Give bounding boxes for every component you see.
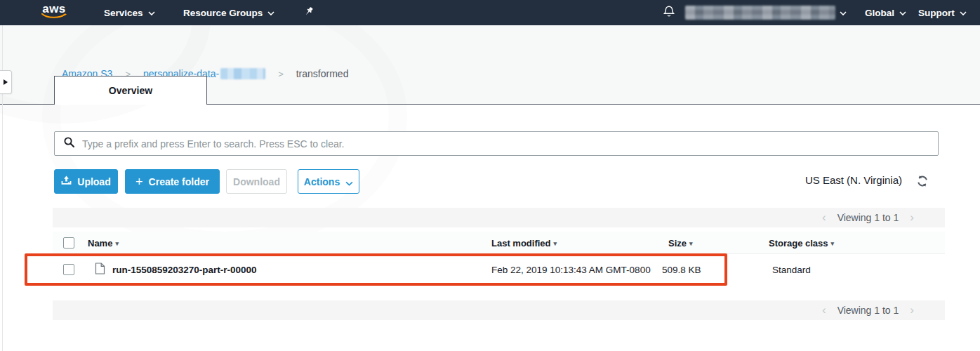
nav-notifications[interactable] [663, 0, 675, 25]
account-menu-caret[interactable] [840, 0, 847, 25]
plus-icon: + [135, 177, 143, 187]
breadcrumb-separator: > [278, 69, 284, 79]
breadcrumb-current-folder: transformed [296, 68, 349, 79]
bucket-name-redacted [220, 68, 265, 79]
object-table-row[interactable]: run-1550859203270-part-r-00000 Feb 22, 2… [53, 254, 945, 285]
page-header-band: Amazon S3 > personalize-data- > transfor… [0, 25, 980, 105]
object-size: 509.8 KB [662, 265, 701, 275]
nav-support-label: Support [918, 8, 955, 18]
nav-support-menu[interactable]: Support [918, 0, 967, 25]
bell-icon [663, 5, 675, 20]
page-next-icon[interactable]: › [910, 213, 914, 223]
refresh-icon[interactable] [916, 175, 929, 187]
tab-overview-label: Overview [109, 85, 152, 96]
chevron-down-icon [960, 11, 967, 15]
upload-icon [61, 176, 72, 187]
column-header-name[interactable]: Name▾ [88, 237, 119, 248]
select-all-checkbox[interactable] [63, 237, 74, 249]
column-header-storage-class[interactable]: Storage class▾ [769, 237, 834, 248]
object-storage-class: Standard [772, 265, 811, 275]
download-button[interactable]: Download [226, 169, 287, 194]
object-last-modified: Feb 22, 2019 10:13:43 AM GMT-0800 [491, 265, 651, 275]
pagination-bar-bottom: ‹ Viewing 1 to 1 › [53, 300, 945, 320]
viewing-count-top: Viewing 1 to 1 [837, 212, 899, 223]
s3-console-page: aws Services Resource Groups [0, 0, 980, 351]
chevron-down-icon [899, 11, 906, 15]
nav-resource-groups-label: Resource Groups [183, 8, 263, 18]
current-region-label: US East (N. Virginia) [786, 174, 902, 186]
chevron-down-icon [148, 11, 155, 15]
nav-services-label: Services [104, 8, 143, 18]
row-select-checkbox[interactable] [63, 264, 74, 275]
column-header-name-label: Name [88, 237, 112, 248]
nav-services-menu[interactable]: Services [104, 0, 155, 25]
top-nav-bar: aws Services Resource Groups [0, 0, 980, 25]
objects-table-header: Name▾ Last modified▾ Size▾ Storage class… [53, 232, 945, 254]
tab-overview[interactable]: Overview [54, 76, 207, 105]
column-header-size-label: Size [668, 237, 687, 248]
sort-caret-icon: ▾ [831, 239, 835, 246]
create-folder-button[interactable]: + Create folder [125, 169, 220, 194]
aws-logo[interactable]: aws [39, 3, 69, 22]
file-icon [95, 263, 105, 277]
pagination-bar-top: ‹ Viewing 1 to 1 › [53, 208, 945, 227]
aws-logo-text: aws [39, 3, 69, 15]
page-next-icon[interactable]: › [910, 305, 914, 315]
search-icon [63, 136, 75, 151]
page-prev-icon[interactable]: ‹ [822, 305, 826, 315]
column-header-last-modified[interactable]: Last modified▾ [491, 237, 557, 248]
nav-resource-groups-menu[interactable]: Resource Groups [183, 0, 274, 25]
column-header-size[interactable]: Size▾ [668, 237, 693, 248]
create-folder-button-label: Create folder [149, 176, 209, 187]
chevron-down-icon [267, 11, 274, 15]
nav-region-menu[interactable]: Global [865, 0, 906, 25]
caret-right-icon [4, 79, 8, 85]
chevron-down-icon [840, 11, 847, 15]
sort-caret-icon: ▾ [115, 239, 119, 246]
pushpin-icon [304, 6, 314, 19]
sort-caret-icon: ▾ [554, 239, 557, 246]
page-prev-icon[interactable]: ‹ [822, 213, 826, 223]
nav-pin-shortcut[interactable] [304, 0, 314, 25]
actions-dropdown-button[interactable]: Actions [298, 169, 359, 194]
chevron-down-icon [345, 177, 353, 188]
sort-caret-icon: ▾ [689, 239, 693, 246]
expand-side-panel-button[interactable] [0, 70, 12, 94]
object-name-link[interactable]: run-1550859203270-part-r-00000 [112, 265, 257, 275]
nav-region-label: Global [865, 8, 894, 18]
account-name-redacted[interactable] [685, 6, 835, 20]
viewing-count-bottom: Viewing 1 to 1 [837, 305, 899, 316]
upload-button[interactable]: Upload [54, 169, 118, 194]
prefix-search-box [54, 131, 939, 156]
actions-button-label: Actions [304, 176, 340, 187]
search-input[interactable] [82, 138, 929, 150]
column-header-storage-class-label: Storage class [769, 237, 828, 248]
upload-button-label: Upload [77, 176, 110, 187]
download-button-label: Download [233, 176, 280, 187]
column-header-last-modified-label: Last modified [491, 237, 551, 248]
